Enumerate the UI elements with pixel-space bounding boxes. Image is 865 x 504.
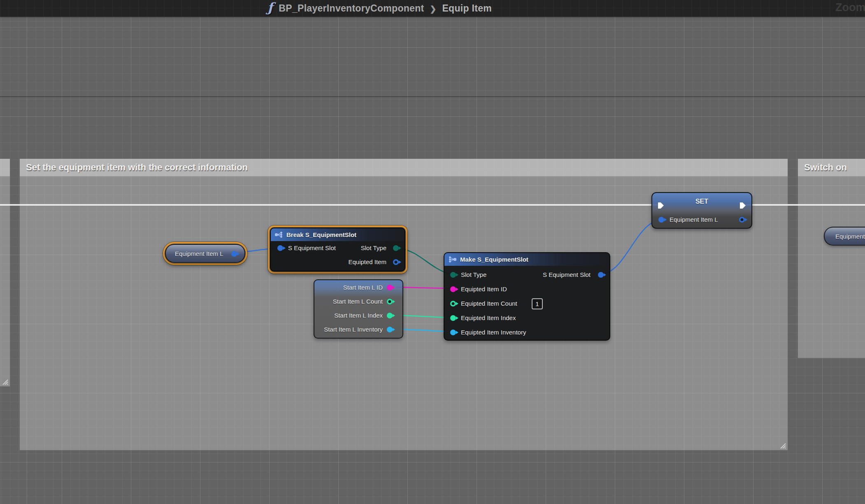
pin-output-equipted-item[interactable]	[393, 259, 399, 265]
node-title: Break S_EquipmentSlot	[286, 231, 356, 238]
breadcrumb-blueprint-name[interactable]: BP_PlayerInventoryComponent	[279, 3, 424, 14]
comment-resize-handle[interactable]	[779, 442, 786, 449]
pin-output-equipment-item-l[interactable]	[739, 217, 745, 223]
pin-output-start-item-count[interactable]	[387, 299, 393, 304]
pin-output-start-item-index[interactable]	[387, 313, 393, 318]
node-header[interactable]: Make S_EquipmentSlot	[444, 253, 609, 266]
node-start-item-outputs[interactable]: Start Item L ID Start Item L Count Start…	[314, 279, 403, 339]
pin-output-label: Start Item L Index	[334, 311, 383, 320]
pin-input-label: Equipted Item Inventory	[461, 328, 526, 337]
blueprint-graph-canvas[interactable]: Set the equipment item with the correct …	[0, 0, 865, 504]
node-title: SET	[652, 198, 751, 205]
pin-input-label: Equipted Item Index	[461, 314, 516, 322]
pin-output-struct[interactable]	[231, 251, 237, 257]
comment-box-switch[interactable]: Switch on	[798, 158, 865, 358]
variable-label: Equipment	[835, 232, 865, 241]
pin-output-label: Start Item L ID	[343, 283, 383, 292]
pin-input-equipted-item-inventory[interactable]	[450, 330, 456, 335]
graph-title-bar: ƒ BP_PlayerInventoryComponent ❯ Equip It…	[0, 0, 865, 17]
pin-input-s-equipment-slot[interactable]	[277, 245, 283, 251]
chevron-right-icon: ❯	[430, 4, 437, 14]
pin-output-label: Slot Type	[361, 244, 386, 252]
pin-output-slot-type[interactable]	[393, 245, 399, 251]
node-get-equipment-right-clipped[interactable]: Equipment	[824, 227, 865, 246]
pin-input-label: Slot Type	[461, 271, 486, 279]
pin-input-slot-type[interactable]	[450, 272, 456, 278]
exec-input-pin[interactable]	[658, 202, 664, 209]
pin-input-equipment-item-l[interactable]	[658, 217, 664, 223]
breadcrumb: ƒ BP_PlayerInventoryComponent ❯ Equip It…	[267, 0, 492, 17]
pin-output-label: Start Item L Inventory	[324, 325, 383, 334]
comment-header[interactable]: Set the equipment item with the correct …	[20, 159, 788, 177]
comment-title: Switch on	[804, 162, 847, 173]
node-break-s-equipmentslot[interactable]: Break S_EquipmentSlot S Equipment Slot S…	[268, 225, 407, 274]
breadcrumb-graph-name[interactable]: Equip Item	[442, 3, 492, 14]
pin-input-equipted-item-count[interactable]	[450, 301, 456, 307]
node-header[interactable]: Break S_EquipmentSlot	[271, 228, 405, 241]
pin-input-label: Equipted Item ID	[461, 285, 507, 293]
pin-input-label: S Equipment Slot	[288, 244, 336, 252]
function-icon: ƒ	[267, 1, 273, 14]
variable-label: Equipment Item L	[175, 250, 223, 258]
node-title: Make S_EquipmentSlot	[460, 256, 528, 263]
pin-output-start-item-inventory[interactable]	[387, 327, 393, 332]
node-make-s-equipmentslot[interactable]: Make S_EquipmentSlot Slot Type S Equipme…	[444, 252, 610, 341]
pin-input-equipted-item-index[interactable]	[450, 315, 456, 321]
pin-input-label: Equipment Item L	[670, 216, 718, 224]
comment-resize-handle[interactable]	[1, 379, 9, 385]
node-set-equipment-item-l[interactable]: SET Equipment Item L	[651, 192, 752, 229]
comment-title: Set the equipment item with the correct …	[26, 162, 248, 173]
pin-output-start-item-id[interactable]	[387, 285, 393, 290]
pin-output-label: Equipted Item	[348, 258, 386, 266]
pin-output-label: S Equipment Slot	[543, 271, 591, 279]
exec-output-pin[interactable]	[739, 202, 746, 209]
zoom-level-indicator: Zoom	[835, 1, 865, 14]
node-get-equipment-item-l[interactable]: Equipment Item L	[163, 242, 247, 265]
pin-input-equipted-item-id[interactable]	[450, 286, 456, 292]
pin-output-s-equipment-slot[interactable]	[598, 272, 604, 278]
pin-input-label: Equipted Item Count	[461, 300, 517, 308]
pin-output-label: Start Item L Count	[333, 297, 383, 306]
comment-header[interactable]	[0, 159, 10, 177]
make-struct-icon	[449, 256, 456, 262]
count-default-value-input[interactable]: 1	[532, 298, 543, 309]
comment-box-left-clipped[interactable]	[0, 158, 10, 387]
grid-origin-line	[0, 96, 865, 97]
break-struct-icon	[275, 232, 283, 238]
comment-header[interactable]: Switch on	[798, 159, 865, 177]
